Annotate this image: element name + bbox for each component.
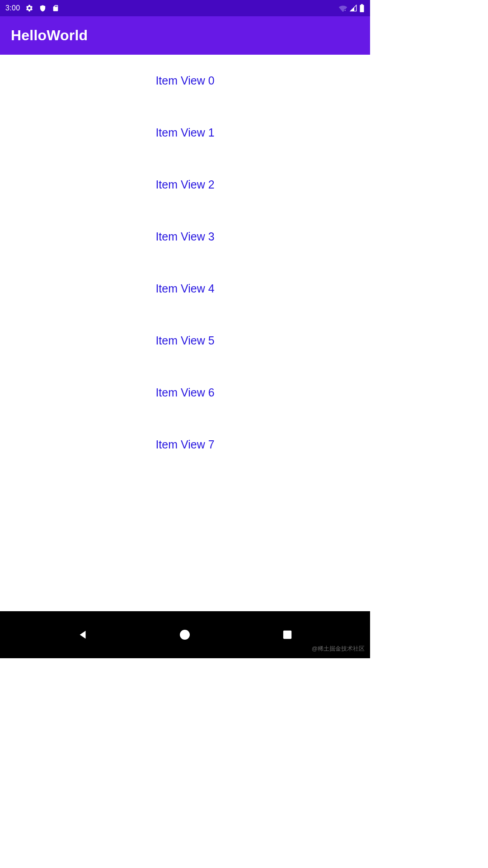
list-item-label: Item View 0 (155, 74, 214, 87)
watermark: @稀土掘金技术社区 (312, 645, 365, 653)
list-item-label: Item View 4 (155, 282, 214, 295)
signal-icon (349, 5, 357, 12)
status-bar: 3:00 × (0, 0, 370, 16)
settings-icon (25, 4, 33, 12)
content-list[interactable]: Item View 0 Item View 1 Item View 2 Item… (0, 55, 370, 611)
back-button[interactable] (74, 626, 92, 644)
list-item[interactable]: Item View 5 (0, 315, 370, 367)
navigation-bar: @稀土掘金技术社区 (0, 611, 370, 658)
wifi-icon: × (338, 5, 347, 12)
list-item[interactable]: Item View 0 (0, 55, 370, 107)
svg-point-2 (180, 630, 190, 640)
list-item-label: Item View 6 (155, 386, 214, 399)
sd-card-icon (52, 4, 59, 12)
list-item-label: Item View 7 (155, 438, 214, 451)
list-item[interactable]: Item View 1 (0, 107, 370, 159)
status-right: × (338, 4, 365, 12)
list-item-label: Item View 5 (155, 334, 214, 347)
list-item[interactable]: Item View 3 (0, 211, 370, 263)
recents-button[interactable] (278, 626, 296, 644)
list-item-label: Item View 2 (155, 178, 214, 191)
home-button[interactable] (176, 626, 194, 644)
list-item[interactable]: Item View 7 (0, 419, 370, 471)
shield-icon (39, 5, 47, 12)
list-item[interactable]: Item View 6 (0, 367, 370, 419)
status-left: 3:00 (5, 4, 59, 12)
status-time: 3:00 (5, 4, 20, 12)
list-item-label: Item View 3 (155, 230, 214, 243)
battery-icon (359, 4, 365, 12)
action-bar: HelloWorld (0, 16, 370, 55)
svg-rect-3 (283, 631, 291, 639)
list-item[interactable]: Item View 4 (0, 263, 370, 315)
list-item[interactable]: Item View 2 (0, 159, 370, 211)
app-title: HelloWorld (11, 27, 88, 44)
list-item-label: Item View 1 (155, 126, 214, 139)
